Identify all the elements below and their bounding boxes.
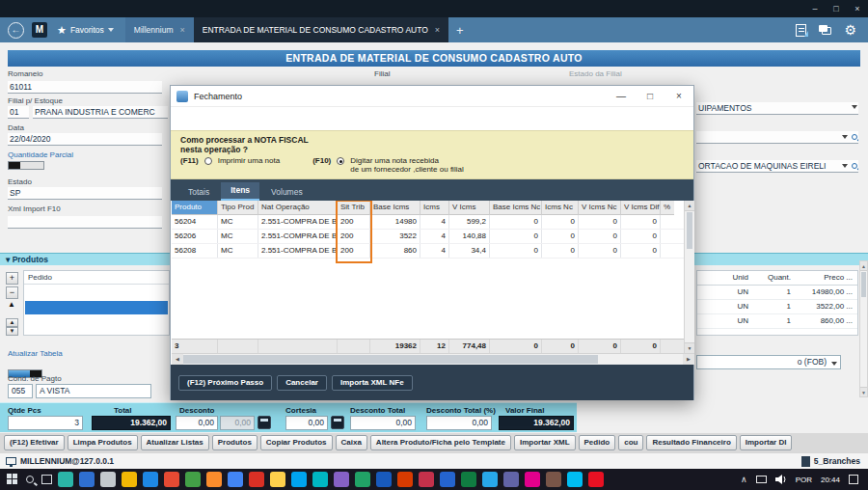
taskbar-app-icon[interactable] xyxy=(291,472,307,487)
taskbar-app-icon[interactable] xyxy=(419,472,434,487)
scroll-down-arrow-icon[interactable]: ▼ xyxy=(860,387,867,396)
clock[interactable]: 20:44 xyxy=(821,476,840,484)
table-row[interactable]: 56204 MC 2.551-COMPRA DE BEM 200 14980 4… xyxy=(172,215,684,230)
importar-di-button[interactable]: Importar DI xyxy=(740,435,793,450)
back-button[interactable]: ← xyxy=(8,22,24,39)
cond-pagto-name-field[interactable]: A VISTA xyxy=(36,384,151,398)
scroll-up-button[interactable]: ▲ xyxy=(6,318,18,327)
calculator-icon[interactable] xyxy=(331,416,344,429)
chevron-down-icon[interactable] xyxy=(842,164,848,168)
vertical-scrollbar[interactable]: ▲ ▼ xyxy=(859,260,868,397)
filial-estoque-code-field[interactable]: 01 xyxy=(8,106,29,119)
cortesia-field[interactable]: 0,00 xyxy=(285,416,328,430)
scroll-up-arrow-icon[interactable]: ▲ xyxy=(685,201,694,211)
tray-expand-icon[interactable]: ∧ xyxy=(741,475,747,484)
efetivar-button[interactable]: (F12) Efetivar xyxy=(4,435,65,450)
column-header[interactable]: Produto xyxy=(172,201,218,215)
notification-center-icon[interactable] xyxy=(849,475,858,484)
xml-import-field[interactable] xyxy=(8,216,162,229)
selected-row[interactable] xyxy=(25,301,168,314)
tab-entrada-material[interactable]: ENTRADA DE MATERIAL DE CONSUMO CADASTRO … xyxy=(194,17,448,42)
gear-icon[interactable]: ⚙ xyxy=(844,23,856,37)
atualizar-tabela-link[interactable]: Atualizar Tabela xyxy=(8,349,63,358)
pedido-button[interactable]: Pedido xyxy=(579,435,616,450)
cond-pagto-code-field[interactable]: 055 xyxy=(8,384,33,398)
table-row[interactable]: UN 1 14980,00 ... xyxy=(697,286,857,300)
column-header[interactable]: V Icms xyxy=(449,201,490,215)
taskbar-app-icon[interactable] xyxy=(270,472,285,487)
taskbar-app-icon[interactable] xyxy=(79,472,95,487)
scroll-down-button[interactable]: ▼ xyxy=(6,327,18,336)
speaker-icon[interactable] xyxy=(775,475,787,484)
chevron-down-icon[interactable] xyxy=(842,135,848,139)
dialog-minimize-icon[interactable]: — xyxy=(607,86,636,106)
romaneio-field[interactable]: 61011 xyxy=(8,81,162,94)
close-tab-icon[interactable]: × xyxy=(179,25,184,35)
remove-row-button[interactable]: − xyxy=(6,286,18,299)
column-header[interactable]: Base Icms xyxy=(370,201,420,215)
clipboard-icon[interactable] xyxy=(796,24,806,37)
taskbar-app-icon[interactable] xyxy=(206,472,222,487)
tab-totais[interactable]: Totais xyxy=(178,184,219,201)
add-row-button[interactable]: + xyxy=(6,272,18,285)
radio-imprimir[interactable] xyxy=(204,157,212,165)
window-minimize-icon[interactable]: – xyxy=(804,0,826,17)
column-header[interactable]: Icms xyxy=(420,201,449,215)
estado-field[interactable]: SP xyxy=(8,187,162,200)
taskbar-app-icon[interactable] xyxy=(312,472,328,487)
dialog-titlebar[interactable]: Fechamento — □ × xyxy=(171,86,693,107)
search-icon[interactable] xyxy=(852,134,857,140)
scrollbar-thumb[interactable] xyxy=(687,212,692,249)
window-close-icon[interactable]: × xyxy=(847,0,868,17)
column-header[interactable]: Unid xyxy=(697,271,751,285)
taskbar-app-icon[interactable] xyxy=(228,472,243,487)
taskbar-app-icon[interactable] xyxy=(334,472,349,487)
taskbar-app-icon[interactable] xyxy=(567,472,583,487)
pedido-grid[interactable]: Pedido xyxy=(23,270,170,336)
radio-digitar-label[interactable]: Digitar uma nota recebida de um forneced… xyxy=(350,156,463,174)
table-row[interactable]: 56206 MC 2.551-COMPRA DE BEM 200 3522 4 … xyxy=(172,230,684,244)
table-vertical-scrollbar[interactable]: ▲ ▼ xyxy=(684,201,694,353)
desconto-total-field[interactable]: 0,00 xyxy=(350,416,416,430)
dialog-maximize-icon[interactable]: □ xyxy=(636,86,665,106)
task-view-icon[interactable] xyxy=(41,475,52,484)
atualizar-listas-button[interactable]: Atualizar Listas xyxy=(141,435,209,450)
taskbar-app-icon[interactable] xyxy=(440,472,455,487)
cou-button[interactable]: cou xyxy=(618,435,643,450)
limpa-produtos-button[interactable]: Limpa Produtos xyxy=(68,435,138,450)
column-header[interactable]: Quant. xyxy=(751,271,794,285)
caixa-button[interactable]: Caixa xyxy=(336,435,367,450)
window-maximize-icon[interactable]: □ xyxy=(826,0,847,17)
desconto-total-pct-field[interactable]: 0,00 xyxy=(426,416,492,430)
taskbar-app-icon[interactable] xyxy=(525,472,540,487)
filial-estoque-name-field[interactable]: PRANA INDUSTRIA E COMERC xyxy=(33,106,168,119)
scrollbar-thumb[interactable] xyxy=(183,355,598,364)
taskbar-app-icon[interactable] xyxy=(164,472,179,487)
new-tab-button[interactable]: + xyxy=(456,23,464,38)
taskbar-app-icon[interactable] xyxy=(503,472,519,487)
windows-start-icon[interactable] xyxy=(7,474,18,485)
resultado-financeiro-button[interactable]: Resultado Financeiro xyxy=(646,435,736,450)
table-row[interactable]: UN 1 3522,00 ... xyxy=(697,300,857,314)
taskbar-app-icon[interactable] xyxy=(397,472,413,487)
taskbar-app-icon[interactable] xyxy=(355,472,370,487)
importacao-field[interactable]: ORTACAO DE MAQUINAS EIRELI xyxy=(696,160,858,173)
chevron-down-icon[interactable] xyxy=(852,105,857,109)
table-horizontal-scrollbar[interactable]: ◀ ▶ xyxy=(172,353,694,365)
altera-produto-button[interactable]: Altera Produto/Ficha pelo Template xyxy=(370,435,511,450)
dialog-close-icon[interactable]: × xyxy=(665,86,693,106)
equipamentos-field[interactable]: UIPAMENTOS xyxy=(696,102,858,115)
taskbar-app-icon[interactable] xyxy=(122,472,137,487)
favoritos-menu[interactable]: ★ Favoritos xyxy=(57,24,114,37)
column-header[interactable]: Preco ... xyxy=(794,271,855,285)
desconto-field[interactable]: 0,00 xyxy=(176,416,218,430)
table-row[interactable]: 56208 MC 2.551-COMPRA DE BEM 200 860 4 3… xyxy=(172,244,684,259)
taskbar-app-icon[interactable] xyxy=(143,472,158,487)
scroll-right-arrow-icon[interactable]: ▶ xyxy=(683,354,694,365)
table-row[interactable]: UN 1 860,00 ... xyxy=(697,314,857,329)
column-header[interactable]: V Icms Dif xyxy=(621,201,661,215)
chat-icon[interactable] xyxy=(819,25,831,35)
frete-select[interactable]: o (FOB) xyxy=(696,355,841,369)
column-header[interactable]: Base Icms Nc xyxy=(490,201,542,215)
taskbar-app-icon[interactable] xyxy=(58,472,73,487)
